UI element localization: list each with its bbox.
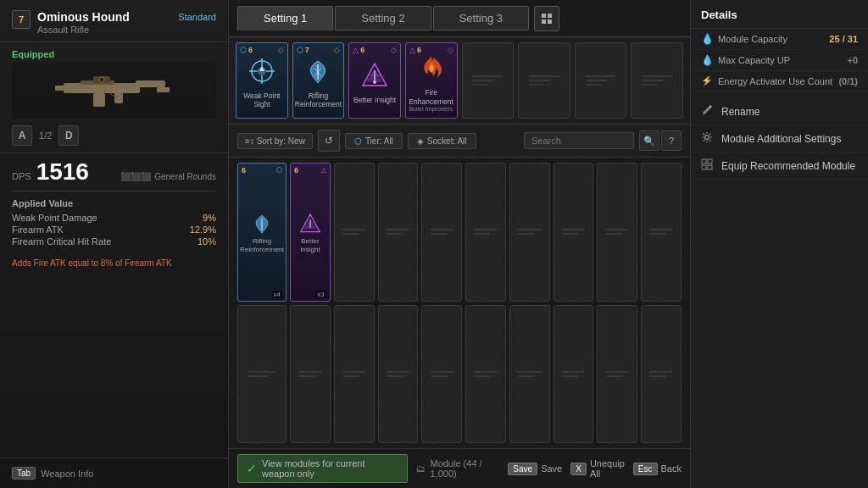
inventory-slot-15[interactable] — [421, 305, 462, 444]
equip-recommended-label: Equip Recommended Module — [721, 160, 855, 172]
weak-point-sight-icon — [245, 54, 279, 88]
inventory-slot-17[interactable] — [509, 305, 550, 444]
tab-info-label: Weapon Info — [41, 469, 93, 479]
equipped-module-6[interactable] — [518, 42, 570, 119]
svg-line-40 — [709, 134, 711, 136]
slot-8-decoration — [642, 75, 672, 86]
details-title: Details — [691, 0, 868, 29]
search-input[interactable] — [524, 132, 634, 149]
module-1-fav: ◇ — [278, 46, 284, 54]
inventory-slot-11[interactable] — [237, 305, 287, 444]
weapon-variant: Standard — [178, 10, 216, 22]
module-icon: 🗂 — [416, 463, 426, 474]
inventory-slot-18[interactable] — [554, 305, 594, 444]
back-key: Esc — [633, 463, 658, 475]
spacer — [691, 92, 868, 98]
inventory-slot-4[interactable] — [378, 163, 419, 302]
equip-recommended-icon — [701, 158, 715, 173]
sort-button[interactable]: ≡↕ Sort by: New — [237, 133, 313, 149]
svg-rect-2 — [157, 87, 170, 92]
svg-line-41 — [704, 140, 705, 141]
module-count: 🗂 Module (44 / 1,000) — [416, 458, 499, 479]
inventory-slot-10[interactable] — [641, 163, 682, 302]
checkbox-label: View modules for current weapon only — [262, 458, 398, 479]
divider-1 — [12, 191, 216, 191]
sort-label: Sort by: New — [257, 136, 305, 146]
energy-value: (0/1) — [838, 76, 858, 86]
module-4-name: FireEnhancement — [407, 88, 454, 105]
equip-icon — [701, 158, 713, 170]
equipped-modules-area: ⬡6 ◇ Weak Point Sight — [229, 37, 690, 125]
inventory-slot-20[interactable] — [641, 305, 682, 444]
stat-name-1: Weak Point Damage — [12, 213, 97, 223]
energy-row: ⚡ Energy Activator Use Count (0/1) — [691, 71, 868, 92]
settings-tabs: Setting 1 Setting 2 Setting 3 — [229, 0, 690, 37]
inventory-slot-3[interactable] — [334, 163, 375, 302]
dps-row: DPS 1516 ⬛⬛⬛ General Rounds — [0, 153, 228, 189]
dps-value: 1516 — [36, 158, 89, 186]
module-2-icon-area — [299, 53, 337, 90]
save-action-label: Save — [541, 463, 562, 474]
equipped-modules-row: ⬡6 ◇ Weak Point Sight — [236, 42, 683, 119]
equipped-module-2[interactable]: ⬡7 ◇ Rifling Reinforcement — [292, 42, 345, 119]
equipped-module-8[interactable] — [631, 42, 683, 119]
equipped-module-3[interactable]: △6 ◇ Better Insight — [348, 42, 401, 119]
main-content: Setting 1 Setting 2 Setting 3 ⬡6 ◇ — [229, 0, 690, 488]
tab-setting-3[interactable]: Setting 3 — [433, 6, 529, 30]
inventory-slot-1[interactable]: 6 ⬡ Rifling Reinforcement x4 — [237, 163, 287, 302]
equip-recommended-button[interactable]: Equip Recommended Module — [691, 152, 868, 180]
inventory-slot-8[interactable] — [554, 163, 594, 302]
weapon-filter-checkbox[interactable]: ✓ View modules for current weapon only — [237, 454, 408, 483]
module-4-fav: ◇ — [448, 46, 453, 54]
inv-2-fav: △ — [321, 166, 326, 174]
inventory-slot-19[interactable] — [597, 305, 637, 444]
back-action-label: Back — [661, 463, 682, 474]
fire-enhancement-icon — [415, 51, 448, 85]
check-mark: ✓ — [247, 462, 257, 475]
refresh-icon: ↺ — [325, 135, 333, 147]
weapon-image — [55, 68, 174, 110]
ammo-icon: ⬛⬛⬛ — [120, 172, 151, 181]
action-save: Save Save — [508, 463, 562, 475]
max-capacity-row: 💧 Max Capacity UP +0 — [691, 50, 868, 71]
tab-setting-1[interactable]: Setting 1 — [237, 6, 333, 30]
socket-filter-button[interactable]: ◈ Socket: All — [408, 133, 476, 149]
tab-grid-button[interactable] — [534, 6, 559, 31]
refresh-button[interactable]: ↺ — [318, 130, 340, 152]
sort-icon: ≡↕ — [245, 136, 254, 146]
inventory-slot-13[interactable] — [334, 305, 375, 444]
save-key: Save — [508, 463, 537, 475]
stat-name-2: Firearm ATK — [12, 225, 64, 235]
equipped-module-5[interactable] — [462, 42, 515, 119]
inventory-slot-6[interactable] — [465, 163, 506, 302]
slot-next-button[interactable]: D — [58, 125, 79, 146]
inventory-slot-5[interactable] — [421, 163, 462, 302]
rename-button[interactable]: Rename — [691, 98, 868, 125]
module-3-level: △6 — [353, 46, 364, 54]
inventory-slot-16[interactable] — [465, 305, 506, 444]
module-settings-button[interactable]: Module Additional Settings — [691, 125, 868, 152]
better-insight-icon — [358, 58, 392, 92]
help-button[interactable]: ? — [661, 130, 682, 151]
inventory-slot-9[interactable] — [597, 163, 637, 302]
max-capacity-label: Max Capacity UP — [718, 55, 842, 65]
rename-label: Rename — [721, 106, 760, 118]
stat-row-1: Weak Point Damage 9% — [12, 212, 216, 224]
inventory-slot-12[interactable] — [290, 305, 331, 444]
action-back: Esc Back — [633, 463, 682, 475]
tier-filter-label: Tier: All — [365, 136, 393, 146]
tab-setting-2[interactable]: Setting 2 — [335, 6, 431, 30]
svg-rect-5 — [114, 92, 123, 103]
slot-prev-button[interactable]: A — [12, 125, 32, 146]
inventory-slot-14[interactable] — [378, 305, 419, 444]
equipped-module-7[interactable] — [575, 42, 627, 119]
ammo-type: ⬛⬛⬛ General Rounds — [120, 172, 216, 181]
search-button[interactable]: 🔍 — [639, 130, 659, 151]
bottom-actions: Save Save X Unequip All Esc Back — [508, 458, 682, 479]
tier-filter-button[interactable]: ⬡ Tier: All — [345, 133, 403, 149]
inventory-slot-2[interactable]: 6 △ Better Insight x3 — [290, 163, 331, 302]
equipped-module-4[interactable]: △6 ◇ FireEnhancement Bullet Improvem. — [405, 42, 458, 119]
inventory-slot-7[interactable] — [509, 163, 550, 302]
max-capacity-icon: 💧 — [701, 54, 713, 66]
equipped-module-1[interactable]: ⬡6 ◇ Weak Point Sight — [236, 42, 288, 119]
